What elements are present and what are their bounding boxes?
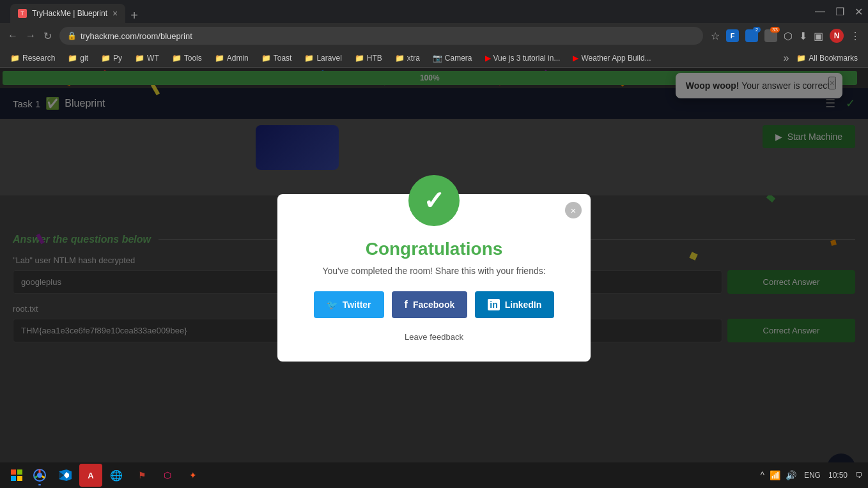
bookmark-label: WT	[147, 54, 159, 63]
bookmark-label: Admin	[227, 54, 249, 63]
bookmark-admin[interactable]: 📁 Admin	[210, 52, 254, 65]
share-linkedin-btn[interactable]: in LinkedIn	[475, 291, 554, 318]
notification-icon[interactable]: 🗨	[855, 471, 863, 480]
bookmark-research[interactable]: 📁 Research	[5, 52, 60, 65]
ext-2-icon: 2	[745, 29, 758, 42]
bookmark-label: Laravel	[316, 54, 341, 63]
minimize-btn[interactable]: —	[815, 6, 825, 17]
folder-icon: 📁	[215, 54, 224, 63]
address-bar: ← → ↻ 🔒 tryhackme.com/room/blueprint ☆ F…	[0, 23, 868, 49]
browser-chrome: T TryHackMe | Blueprint × + — ❐ ✕	[0, 0, 868, 23]
folder-icon: 📁	[68, 54, 77, 63]
tab-close-btn[interactable]: ×	[112, 8, 118, 19]
check-icon: ✓	[423, 186, 445, 215]
bookmark-label: HTB	[367, 54, 382, 63]
bookmark-git[interactable]: 📁 git	[63, 52, 93, 65]
play-icon: ▶	[573, 54, 578, 63]
bookmark-py[interactable]: 📁 Py	[96, 52, 127, 65]
maximize-btn[interactable]: ❐	[835, 6, 844, 18]
modal-overlay: ✓ × Congratulations You've completed the…	[0, 68, 868, 488]
tray-icons: ^ 📶 🔊	[760, 470, 796, 480]
bookmark-all[interactable]: 📁 All Bookmarks	[791, 52, 863, 65]
modal-close-btn[interactable]: ×	[565, 202, 582, 218]
svg-line-7	[42, 477, 45, 478]
bookmark-label: Weather App Build...	[581, 54, 651, 63]
bookmark-htb[interactable]: 📁 HTB	[350, 52, 387, 65]
address-text: tryhackme.com/room/blueprint	[81, 31, 192, 41]
taskbar-app5[interactable]: ⚑	[130, 464, 153, 487]
facebook-icon: f	[405, 299, 408, 310]
tab-title: TryHackMe | Blueprint	[32, 9, 107, 18]
taskbar-app6[interactable]: ⬡	[156, 464, 179, 487]
feedback-link[interactable]: Leave feedback	[405, 332, 463, 342]
folder-icon: 📁	[796, 54, 806, 63]
bookmark-laravel[interactable]: 📁 Laravel	[299, 52, 346, 65]
bookmark-xtra[interactable]: 📁 xtra	[390, 52, 425, 65]
svg-point-5	[37, 473, 42, 478]
share-twitter-btn[interactable]: 🐦 Twitter	[314, 291, 384, 318]
svg-rect-3	[17, 476, 22, 481]
bookmark-label: git	[80, 54, 88, 63]
tab-bar: T TryHackMe | Blueprint × +	[10, 0, 810, 23]
puzzle-icon: ⬡	[784, 30, 793, 42]
folder-icon: 📁	[10, 54, 20, 63]
clock: 10:50	[828, 471, 848, 480]
bookmark-label: Camera	[445, 54, 472, 63]
address-wrapper[interactable]: 🔒 tryhackme.com/room/blueprint	[59, 27, 703, 45]
star-icon[interactable]: ☆	[711, 30, 720, 42]
menu-icon[interactable]: ⋮	[850, 30, 860, 42]
user-avatar[interactable]: N	[830, 29, 844, 43]
share-facebook-btn[interactable]: f Facebook	[392, 291, 468, 318]
vscode-icon	[59, 469, 72, 482]
camera-icon: 📷	[433, 54, 442, 63]
active-tab[interactable]: T TryHackMe | Blueprint ×	[10, 4, 125, 23]
bookmark-label: Py	[113, 54, 122, 63]
volume-icon[interactable]: 🔊	[786, 470, 796, 480]
bookmarks-more-btn[interactable]: »	[783, 52, 789, 64]
taskbar-app4[interactable]: 🌐	[105, 464, 128, 487]
taskbar-chrome[interactable]	[28, 464, 51, 487]
congratulations-modal: ✓ × Congratulations You've completed the…	[277, 194, 591, 362]
bookmark-toast[interactable]: 📁 Toast	[256, 52, 297, 65]
address-icons: ☆ F 2 33 ⬡ ⬇ ▣ N ⋮	[711, 29, 860, 43]
profile-icon: ▣	[814, 30, 823, 42]
bookmark-weather[interactable]: ▶ Weather App Build...	[568, 52, 656, 65]
chrome-icon	[33, 469, 46, 482]
folder-icon: 📁	[355, 54, 364, 63]
bookmark-label: Vue js 3 tutorial in...	[493, 54, 561, 63]
taskbar-app3[interactable]: A	[79, 464, 102, 487]
start-menu-btn[interactable]	[5, 464, 28, 487]
folder-icon: 📁	[395, 54, 405, 63]
taskbar-right: ^ 📶 🔊 ENG 10:50 🗨	[760, 470, 863, 480]
bookmark-label: All Bookmarks	[809, 54, 858, 63]
linkedin-label: LinkedIn	[505, 300, 542, 310]
bookmark-tools[interactable]: 📁 Tools	[167, 52, 207, 65]
new-tab-button[interactable]: +	[125, 8, 143, 23]
network-icon[interactable]: 📶	[770, 470, 780, 480]
folder-icon: 📁	[172, 54, 182, 63]
back-button[interactable]: ←	[8, 30, 18, 42]
close-btn[interactable]: ✕	[855, 6, 863, 18]
taskbar-apps: A 🌐 ⚑ ⬡ ✦	[28, 464, 205, 487]
taskbar-vscode[interactable]	[54, 464, 77, 487]
language-label: ENG	[804, 471, 821, 480]
facebook-label: Facebook	[413, 300, 454, 310]
folder-icon: 📁	[101, 54, 111, 63]
taskbar-app7[interactable]: ✦	[182, 464, 205, 487]
svg-line-8	[35, 477, 37, 478]
reload-button[interactable]: ↻	[43, 30, 52, 42]
page-content: 100% Task 1 ✅ Blueprint ☰ ✓ ▶ Start Mach…	[0, 68, 868, 488]
tab-favicon: T	[18, 9, 27, 18]
bookmark-wt[interactable]: 📁 WT	[130, 52, 164, 65]
ext-f: F	[726, 29, 739, 42]
bookmark-label: Tools	[184, 54, 202, 63]
bookmark-camera[interactable]: 📷 Camera	[428, 52, 477, 65]
download-icon: ⬇	[799, 30, 807, 42]
tray-chevron[interactable]: ^	[760, 470, 764, 480]
windows-icon	[11, 469, 22, 481]
bookmark-vue[interactable]: ▶ Vue js 3 tutorial in...	[480, 52, 566, 65]
share-buttons: 🐦 Twitter f Facebook in LinkedIn	[297, 291, 571, 318]
forward-button[interactable]: →	[26, 30, 36, 42]
modal-title: Congratulations	[297, 239, 571, 259]
twitter-label: Twitter	[343, 300, 371, 310]
